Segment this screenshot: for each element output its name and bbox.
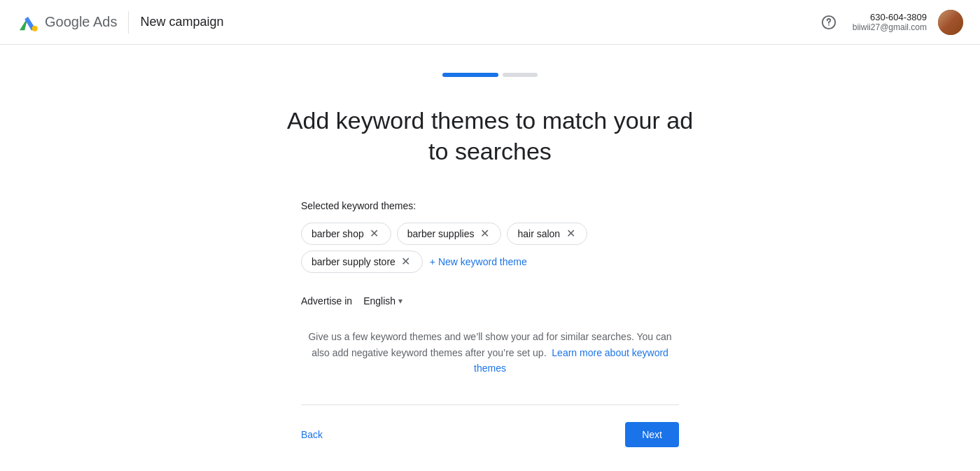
- progress-segment-inactive: [503, 73, 538, 77]
- keyword-tag-barber-supply-store: barber supply store ✕: [301, 251, 423, 273]
- bottom-divider: [301, 405, 679, 405]
- avatar[interactable]: [938, 10, 963, 35]
- svg-point-3: [828, 24, 830, 25]
- account-phone: 630-604-3809: [853, 12, 927, 22]
- keyword-tag-close-hair-salon[interactable]: ✕: [564, 227, 577, 240]
- google-ads-logo-icon: [17, 11, 39, 34]
- add-keyword-button[interactable]: + New keyword theme: [428, 251, 528, 273]
- keyword-tag-close-barber-shop[interactable]: ✕: [368, 227, 381, 240]
- keyword-tag-hair-salon: hair salon ✕: [507, 223, 587, 245]
- keyword-tag-label: barber supply store: [312, 256, 396, 267]
- account-email: biiwii27@gmail.com: [853, 22, 927, 32]
- help-button[interactable]: [816, 10, 841, 35]
- language-select[interactable]: English ▾: [363, 295, 402, 307]
- header-right: 630-604-3809 biiwii27@gmail.com: [816, 10, 963, 35]
- keyword-tag-label: barber supplies: [407, 228, 475, 239]
- header-left: Google Ads New campaign: [17, 11, 223, 34]
- keyword-tag-barber-shop: barber shop ✕: [301, 223, 391, 245]
- next-button[interactable]: Next: [625, 422, 679, 447]
- keyword-tag-barber-supplies: barber supplies ✕: [397, 223, 502, 245]
- progress-bar: [442, 73, 538, 77]
- progress-segment-active: [442, 73, 498, 77]
- svg-point-1: [32, 25, 38, 31]
- back-button[interactable]: Back: [301, 422, 323, 447]
- keyword-tags-container: barber shop ✕ barber supplies ✕ hair sal…: [301, 223, 679, 273]
- keyword-tag-close-barber-supply-store[interactable]: ✕: [400, 255, 412, 268]
- keywords-section-label: Selected keyword themes:: [301, 200, 679, 211]
- campaign-title: New campaign: [140, 15, 223, 29]
- advertise-row: Advertise in English ▾: [301, 295, 679, 307]
- avatar-image: [938, 10, 963, 35]
- page-title: Add keyword themes to match your ad to s…: [280, 105, 700, 167]
- content-area: Selected keyword themes: barber shop ✕ b…: [301, 200, 679, 447]
- advertise-label: Advertise in: [301, 295, 352, 307]
- info-text: Give us a few keyword themes and we’ll s…: [301, 329, 679, 376]
- keyword-tag-label: barber shop: [312, 228, 364, 239]
- main-content: Add keyword themes to match your ad to s…: [0, 45, 980, 447]
- account-info: 630-604-3809 biiwii27@gmail.com: [853, 12, 927, 32]
- header-divider: [128, 11, 129, 34]
- google-ads-logo: Google Ads: [17, 11, 117, 34]
- language-value: English: [363, 295, 396, 307]
- keyword-tag-close-barber-supplies[interactable]: ✕: [478, 227, 491, 240]
- keyword-tag-label: hair salon: [517, 228, 560, 239]
- logo-text: Google Ads: [45, 14, 117, 30]
- header: Google Ads New campaign 630-604-3809 bii…: [0, 0, 980, 45]
- dropdown-arrow-icon: ▾: [398, 296, 402, 306]
- bottom-actions: Back Next: [301, 422, 679, 447]
